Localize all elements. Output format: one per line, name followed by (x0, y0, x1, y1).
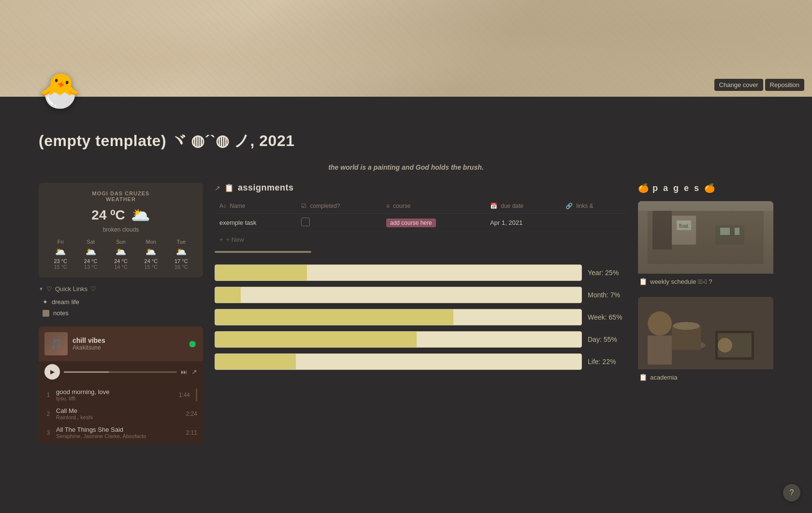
svg-rect-3 (677, 220, 691, 230)
dream-life-label: dream life (52, 298, 79, 306)
cover-image: Change cover Reposition (0, 0, 812, 97)
quick-links-toggle[interactable]: ▼ ♡ Quick Links ♡ (39, 285, 203, 293)
task-due-date: Apr 1, 2021 (485, 214, 561, 232)
quick-links-label: Quick Links (55, 285, 87, 293)
share-icon[interactable]: ↗ (191, 368, 197, 376)
help-button[interactable]: ? (783, 484, 800, 501)
music-progress-fill (64, 371, 109, 373)
add-new-button[interactable]: + + New (215, 232, 626, 247)
task-completed[interactable] (296, 214, 381, 232)
reposition-button[interactable]: Reposition (765, 79, 804, 91)
task-course[interactable]: add course here (381, 214, 485, 232)
assignments-header: ↗ 📋 assignments (215, 183, 626, 193)
table-scrollbar (215, 251, 311, 253)
page-card-academia-label: 📋 academia (638, 369, 773, 385)
notes-label: notes (53, 309, 69, 317)
month-label: Month: 7% (588, 291, 626, 299)
assignments-header-row: A↕ Name ☑ completed? ≡ course 📅 due date… (215, 199, 626, 214)
col-completed: ☑ completed? (296, 199, 381, 214)
pages-title: p a g e s (652, 183, 700, 193)
svg-rect-7 (735, 228, 740, 235)
music-player: 🎵 chill vibes Akakitsune ⏺ ▶ ⏭ ↗ (39, 326, 203, 444)
quick-links-heart-icon: ♡ (46, 285, 52, 293)
track-name-3: All The Things She Said (56, 426, 182, 433)
music-controls: ▶ ⏭ ↗ (39, 361, 203, 383)
col-links: 🔗 links & (561, 199, 626, 214)
track-list: 1 good morning, love tysu, tiffi 1:44 2 (39, 383, 203, 444)
notes-icon (43, 310, 49, 317)
track-3[interactable]: 3 All The Things She Said Seraphine, Jas… (39, 423, 203, 442)
month-bar-fill (215, 287, 241, 303)
skip-icon[interactable]: ⏭ (181, 368, 188, 376)
col-course: ≡ course (381, 199, 485, 214)
weather-temp: 24 ºC (91, 207, 125, 223)
quick-links-heart-icon-2: ♡ (90, 285, 96, 293)
svg-point-12 (673, 322, 700, 330)
music-progress-bar (64, 371, 177, 373)
col-name: A↕ Name (215, 199, 296, 214)
track-duration-1: 1:44 (179, 392, 190, 398)
progress-life: Life: 22% (215, 353, 626, 370)
svg-rect-2 (657, 216, 696, 245)
weather-day-mon: Mon 🌥️ 24 °C 15 °C (137, 239, 165, 270)
week-label: Week: 65% (588, 313, 626, 321)
assignments-title: assignments (238, 183, 294, 193)
life-label: Life: 22% (588, 358, 626, 366)
weather-day-sat: Sat 🌥️ 24 °C 13 °C (76, 239, 104, 270)
month-bar-wrap (215, 287, 582, 303)
page-card-academia[interactable]: 📋 academia (638, 297, 773, 385)
track-info-3: All The Things She Said Seraphine, Jasmi… (56, 426, 182, 439)
assignments-table: A↕ Name ☑ completed? ≡ course 📅 due date… (215, 199, 626, 232)
weather-day-fri: Fri 🌥️ 23 °C 15 °C (46, 239, 74, 270)
task-name: exemple task (215, 214, 296, 232)
track-info-2: Call Me Rainlord., keshi (56, 407, 182, 420)
svg-rect-1 (648, 211, 764, 264)
track-artist-2: Rainlord., keshi (56, 414, 182, 420)
track-2[interactable]: 2 Call Me Rainlord., keshi 2:24 (39, 404, 203, 423)
page-card-cafe-image: float (638, 201, 773, 274)
weather-widget: MOGI DAS CRUZES WEATHER 24 ºC 🌥️ broken … (39, 183, 203, 278)
svg-rect-0 (638, 201, 773, 274)
album-art: 🎵 (44, 332, 68, 355)
pages-icon-left: 🍊 (638, 183, 649, 193)
quick-link-notes[interactable]: notes (39, 308, 203, 319)
right-column: 🍊 p a g e s 🍊 float (638, 183, 773, 393)
weather-day-tue: Tue 🌥️ 17 °C 16 °C (167, 239, 195, 270)
track-num-1: 1 (44, 392, 52, 398)
academia-icon: 📋 (639, 373, 647, 381)
life-bar-wrap (215, 353, 582, 370)
weather-icon: 🌥️ (131, 206, 150, 224)
progress-week: Week: 65% (215, 309, 626, 325)
svg-rect-8 (638, 201, 773, 211)
academia-label: academia (650, 374, 677, 381)
table-row[interactable]: exemple task add course here Apr 1, 2021 (215, 214, 626, 232)
page-card-weekly[interactable]: float 📋 weekly schedule ゚・-・ ? (638, 201, 773, 289)
spotify-icon[interactable]: ⏺ (188, 338, 197, 350)
content-columns: MOGI DAS CRUZES WEATHER 24 ºC 🌥️ broken … (39, 183, 773, 444)
col-due-date: 📅 due date (485, 199, 561, 214)
task-checkbox[interactable] (301, 218, 310, 226)
svg-text:float: float (679, 223, 688, 229)
svg-point-16 (718, 338, 732, 352)
track-artist-1: tysu, tiffi (56, 396, 175, 401)
assignments-icon: 📋 (224, 183, 234, 192)
music-info: chill vibes Akakitsune (72, 337, 183, 351)
weather-forecast: Fri 🌥️ 23 °C 15 °C Sat 🌥️ 24 °C 13 °C Su… (46, 239, 195, 270)
track-scrollbar (196, 388, 197, 401)
collapse-icon: ▼ (39, 286, 44, 292)
svg-rect-13 (648, 336, 672, 365)
change-cover-button[interactable]: Change cover (714, 79, 763, 91)
svg-rect-6 (720, 228, 730, 235)
day-label: Day: 55% (588, 336, 626, 343)
quick-link-dream-life[interactable]: ✦ dream life (39, 296, 203, 308)
day-bar-fill (215, 332, 417, 347)
track-num-2: 2 (44, 410, 52, 417)
page-icon: 🐣 (39, 73, 81, 107)
weather-day-sun: Sun 🌥️ 24 °C 14 °C (107, 239, 135, 270)
track-1[interactable]: 1 good morning, love tysu, tiffi 1:44 (39, 385, 203, 404)
play-button[interactable]: ▶ (44, 364, 60, 380)
pages-header: 🍊 p a g e s 🍊 (638, 183, 773, 193)
week-bar-fill (215, 309, 453, 325)
assignments-expand-icon[interactable]: ↗ (215, 184, 220, 192)
page-title[interactable]: (empty template) ヾ ◍´`◍ ノ, 2021 (39, 121, 773, 156)
